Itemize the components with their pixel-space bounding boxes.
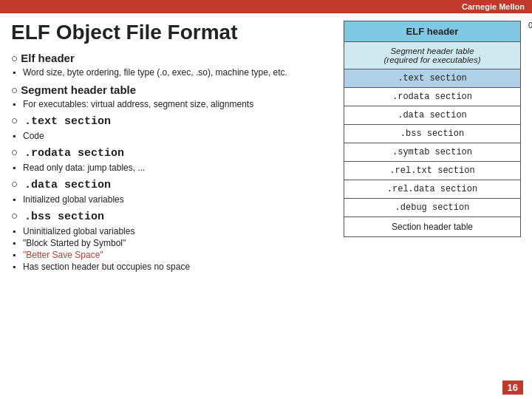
top-bar-title: Carnegie Mellon xyxy=(462,2,525,11)
diagram-bss-section: .bss section xyxy=(344,125,521,143)
diagram-debug-section: .debug section xyxy=(344,199,521,217)
zero-label: 0 xyxy=(528,21,532,30)
bss-bullet-2: "Block Started by Symbol" xyxy=(11,238,329,248)
section-rodata: ○ .rodata section xyxy=(11,147,329,160)
diagram-data-section: .data section xyxy=(344,106,521,125)
diagram-rel-txt-section: .rel.txt section xyxy=(344,162,521,180)
section-text: ○ .text section xyxy=(11,115,329,128)
bullet-circle-4: ○ xyxy=(11,147,24,160)
bss-bullet-1: Uninitialized global variables xyxy=(11,226,329,236)
diagram-section-header-table: Section header table xyxy=(344,217,521,237)
diagram-text-section: .text section xyxy=(344,69,521,88)
bullet-circle-5: ○ xyxy=(11,179,24,191)
bss-bullet-3: "Better Save Space" xyxy=(11,250,329,260)
diagram-symtab-section: .symtab section xyxy=(344,143,521,162)
section-data: ○ .data section xyxy=(11,179,329,191)
bss-bullet-4: Has section header but occupies no space xyxy=(11,262,329,272)
seg-header-bullet-1: For executables: virtual address, segmen… xyxy=(11,99,329,109)
section-elf-header: ○ Elf header xyxy=(11,52,329,64)
page-number: 16 xyxy=(502,381,523,395)
section-bss: ○ .bss section xyxy=(11,211,329,223)
rodata-bullet-1: Read only data: jump tables, ... xyxy=(11,163,329,173)
top-bar: Carnegie Mellon xyxy=(0,0,532,13)
bullet-circle: ○ xyxy=(11,52,21,64)
bullet-circle-6: ○ xyxy=(11,211,24,223)
left-panel: ELF Object File Format ○ Elf header Word… xyxy=(11,21,336,389)
diagram-seg-header: Segment header table (required for execu… xyxy=(344,42,521,69)
diagram-elf-header: ELF header xyxy=(344,21,521,42)
elf-header-bullet-1: Word size, byte ordering, file type (.o,… xyxy=(11,67,329,78)
bullet-circle-3: ○ xyxy=(11,115,24,128)
bullet-circle-2: ○ xyxy=(11,83,21,96)
page-title: ELF Object File Format xyxy=(11,21,329,44)
text-bullet-1: Code xyxy=(11,131,329,141)
diagram-rodata-section: .rodata section xyxy=(344,88,521,106)
data-bullet-1: Initialized global variables xyxy=(11,194,329,205)
diagram-rel-data-section: .rel.data section xyxy=(344,180,521,199)
right-panel: ELF header 0 Segment header table (requi… xyxy=(344,21,521,389)
section-segment-header: ○ Segment header table xyxy=(11,83,329,96)
